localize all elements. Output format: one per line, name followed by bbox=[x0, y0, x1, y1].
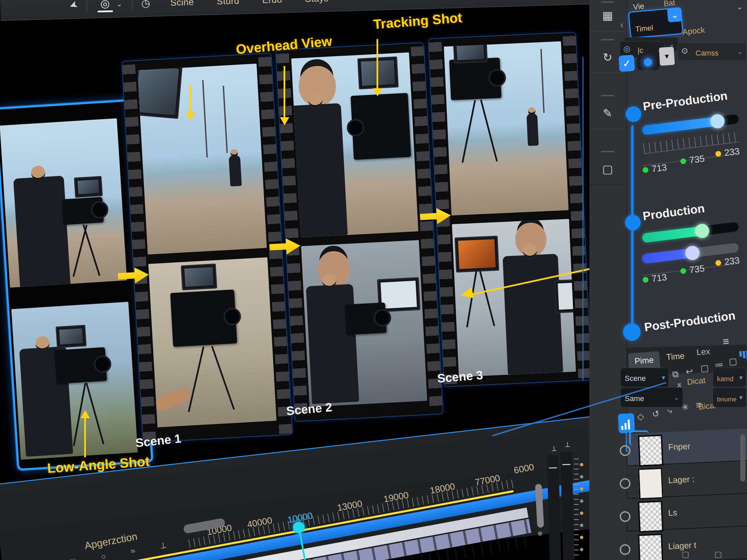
camera-icon: ⊙ bbox=[681, 46, 688, 56]
overhead-annotation-arrow-2 bbox=[284, 66, 285, 118]
layers-scrollbar[interactable] bbox=[740, 434, 745, 482]
storyboard-photo-low-angle-rig[interactable] bbox=[11, 302, 138, 460]
meter-pin-icon: ⊥ bbox=[564, 440, 570, 449]
dicat-label: Dicat bbox=[687, 375, 706, 387]
menu-item-stays[interactable]: Stays bbox=[305, 0, 329, 4]
cursor-tool-icon[interactable]: ➤ bbox=[68, 0, 79, 11]
scene2-photo-closeup-operator[interactable] bbox=[291, 53, 418, 238]
top-toolbar: ➤ ◎ ⌄ ◷ Scine Sturd Erdo Stays bbox=[0, 0, 593, 21]
tab-pime[interactable]: Pime bbox=[628, 351, 660, 370]
columns-icon[interactable] bbox=[739, 350, 747, 361]
layer-name: Ls bbox=[668, 507, 677, 517]
panel-chevron-down-icon[interactable]: ⌄ bbox=[736, 2, 743, 11]
menu-item-sturd[interactable]: Sturd bbox=[216, 0, 239, 7]
menu-item-scene[interactable]: Scine bbox=[170, 0, 194, 8]
bnume-dropdown[interactable]: bnume ▾ bbox=[713, 387, 746, 407]
strip-divider bbox=[601, 151, 614, 152]
gear-sparkle-icon[interactable]: ✳ bbox=[681, 402, 689, 413]
meter-pin-icon: ⊥ bbox=[551, 444, 557, 453]
copy-icon[interactable]: ⧉ bbox=[672, 369, 679, 380]
scene1-photo-camera-rig[interactable] bbox=[148, 257, 277, 427]
layer-thumbnail[interactable] bbox=[638, 533, 664, 560]
chevron-down-icon: ▾ bbox=[739, 373, 743, 381]
timeline-field[interactable]: Timel ⌄ bbox=[628, 7, 684, 38]
tab-vie[interactable]: Vie bbox=[633, 1, 645, 11]
camss-field-value: Camss bbox=[695, 49, 718, 58]
pre-production-dot bbox=[626, 106, 641, 122]
layer-name: Fnper bbox=[668, 441, 690, 452]
menu-item-erdo[interactable]: Erdo bbox=[262, 0, 282, 5]
square-icon[interactable]: ▢ bbox=[728, 356, 738, 367]
layer-visibility-icon[interactable] bbox=[620, 478, 630, 489]
overhead-annotation-arrow bbox=[189, 85, 191, 114]
hamburger-menu-icon[interactable]: ≡ bbox=[722, 335, 729, 348]
same-dropdown[interactable]: Same ⌄ bbox=[620, 387, 683, 407]
film-strip-scene-3[interactable] bbox=[428, 32, 592, 387]
layers-footer-icons[interactable]: ▢ ▢ ∷ bbox=[682, 550, 747, 560]
meter-scale-ticks bbox=[574, 459, 578, 560]
layer-thumbnail[interactable] bbox=[638, 468, 664, 499]
production-dot bbox=[625, 215, 641, 230]
confirm-check-button[interactable]: ⌄ bbox=[667, 7, 682, 23]
chevron-down-icon: ▾ bbox=[739, 393, 743, 401]
strip-divider bbox=[601, 39, 614, 41]
history-icon[interactable]: ↺ bbox=[652, 408, 660, 420]
bnume-dropdown-value: bnume bbox=[717, 396, 737, 403]
target-icon: ◎ bbox=[623, 44, 630, 54]
film-strip-scene-2[interactable] bbox=[275, 42, 443, 422]
toolbar-divider bbox=[86, 0, 87, 13]
tab-bat[interactable]: Bat bbox=[663, 0, 676, 8]
scene-dropdown-value: Scene bbox=[625, 374, 646, 383]
chevron-down-icon: ▾ bbox=[662, 373, 665, 381]
square-icon[interactable]: ▢ bbox=[700, 363, 709, 374]
kamd-dropdown[interactable]: kamd ▾ bbox=[713, 368, 746, 387]
chevron-down-icon: ⌄ bbox=[737, 48, 743, 56]
tracking-annotation-arrow bbox=[377, 39, 378, 89]
dropdown-button[interactable]: ▼ bbox=[659, 47, 675, 66]
folder-tool-icon[interactable]: ▢ bbox=[589, 154, 626, 185]
film-strip-scene-1[interactable] bbox=[122, 53, 293, 443]
post-production-dot bbox=[623, 323, 641, 341]
layer-visibility-icon[interactable] bbox=[620, 544, 630, 555]
camss-field[interactable]: ⊙ Camss ⌄ bbox=[678, 43, 746, 61]
low-angle-annotation-arrow bbox=[84, 417, 86, 457]
scrollbar-dot bbox=[538, 531, 542, 536]
glow-toggle[interactable] bbox=[637, 55, 660, 70]
hexagon-icon[interactable]: ◇ bbox=[637, 411, 645, 422]
layer-name: Lager : bbox=[668, 474, 694, 485]
scene2-photo-studio-operator[interactable] bbox=[301, 240, 428, 407]
same-dropdown-value: Same bbox=[625, 394, 644, 403]
ic-field-value: |c bbox=[638, 46, 643, 55]
meter-option-icons[interactable] bbox=[580, 463, 583, 551]
undo-icon[interactable]: ↩ bbox=[685, 366, 693, 377]
tab-lex[interactable]: Lex bbox=[696, 347, 710, 357]
storyboard-photo-cameraman-profile[interactable] bbox=[0, 118, 127, 288]
timeline-field-value: Timel bbox=[635, 24, 653, 34]
pen-hook-icon[interactable]: ⤷ bbox=[667, 405, 673, 416]
tab-time[interactable]: Time bbox=[666, 351, 685, 362]
canvas-scrollbar[interactable] bbox=[582, 57, 584, 380]
scene3-photo-camera-at-subject[interactable] bbox=[444, 42, 568, 215]
right-tool-strip: ▦ ↻ ✎ ▢ bbox=[589, 0, 627, 560]
chevron-down-icon[interactable]: ⌄ bbox=[116, 0, 123, 8]
tracking-shot-label: Tracking Shot bbox=[373, 10, 463, 32]
strip-divider bbox=[601, 95, 614, 96]
layer-visibility-icon[interactable] bbox=[620, 445, 630, 456]
clock-tool-icon[interactable]: ◷ bbox=[141, 0, 150, 8]
pen-tool-icon[interactable]: ✎ bbox=[589, 98, 626, 129]
toolbar-divider bbox=[132, 0, 133, 11]
kamd-dropdown-value: kamd bbox=[717, 375, 733, 383]
layer-thumbnail[interactable] bbox=[638, 500, 664, 532]
layer-visibility-icon[interactable] bbox=[620, 511, 630, 522]
panel-chevron-left-icon[interactable]: ‹ bbox=[620, 20, 623, 30]
webcam-tool-icon[interactable]: ◎ bbox=[97, 0, 113, 12]
layer-thumbnail[interactable] bbox=[638, 434, 664, 466]
scene1-photo-wide-shot[interactable] bbox=[137, 64, 267, 255]
enabled-checkbox[interactable]: ✓ bbox=[618, 55, 635, 72]
chevron-down-icon: ⌄ bbox=[674, 393, 679, 401]
